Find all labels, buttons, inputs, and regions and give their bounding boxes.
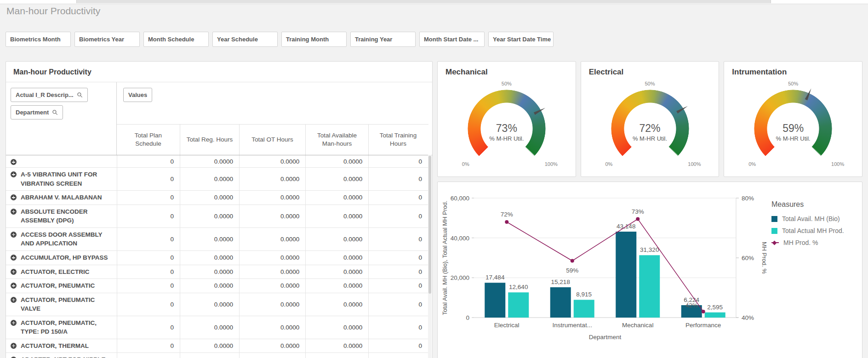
cell-value: 0	[369, 191, 428, 205]
row-header-cell[interactable]: ACTUATOR, THERMAL	[6, 339, 117, 353]
legend-swatch	[771, 216, 777, 222]
values-chip[interactable]: Values	[123, 88, 152, 102]
expand-icon[interactable]	[11, 269, 17, 275]
line-point[interactable]	[702, 310, 705, 313]
column-header-total-available-man-hours[interactable]: Total Available Man-hours	[305, 125, 368, 155]
cell-value: 0.0000	[240, 191, 306, 205]
search-icon	[77, 92, 83, 98]
row-label: ABSOLUTE ENCODER ASSEMBLY (DPG)	[21, 207, 114, 225]
cell-value: 0.0000	[240, 250, 306, 265]
dimension-chip-actual-i-r-descrip[interactable]: Actual I_R Descrip...	[11, 88, 88, 102]
scrollbar-thumb[interactable]	[76, 0, 771, 3]
row-header-cell[interactable]: ACTUATOR, ELECTRIC	[6, 265, 117, 279]
gauge-tick-t50: 50%	[502, 81, 512, 86]
filter-bar: Biometrics MonthBiometrics YearMonth Sch…	[6, 32, 554, 47]
bar-total-avail-mh-bio[interactable]	[616, 232, 636, 318]
row-header-cell[interactable]: ACTUATOR, PNEUMATIC VALVE	[6, 293, 117, 316]
line-point[interactable]	[571, 259, 574, 263]
filter-year-start-date-time[interactable]: Year Start Date Time	[488, 32, 554, 47]
category-label-mechanical[interactable]: Mechanical	[622, 322, 653, 329]
left-axis-tick-label: 20,000	[451, 274, 469, 281]
row-header-cell[interactable]: A-5 VIBRATING UNIT FOR VIBRATING SCREEN	[6, 168, 117, 191]
bar-total-actual-mh-prod[interactable]	[639, 255, 660, 318]
expand-icon[interactable]	[11, 320, 17, 326]
expand-icon[interactable]	[11, 194, 17, 200]
gauge-sub-label: % M-HR Util.	[776, 135, 811, 142]
horizontal-scrollbar[interactable]	[0, 0, 868, 4]
row-header-cell[interactable]: ACCUMULATOR, HP BYPASS	[6, 250, 117, 265]
expand-icon[interactable]	[11, 255, 17, 261]
bar-total-actual-mh-prod[interactable]	[705, 313, 725, 318]
row-header-cell[interactable]: ADAPTER, NPT FOR NIPPLE	[6, 353, 117, 358]
expand-icon[interactable]	[11, 232, 17, 238]
cell-value: 0.0000	[180, 279, 239, 293]
line-point[interactable]	[636, 217, 640, 221]
category-label-instrumentat[interactable]: Instrumentat...	[553, 322, 592, 329]
filter-biometrics-year[interactable]: Biometrics Year	[74, 32, 140, 47]
cell-value: 0	[117, 191, 180, 205]
row-label: ACCUMULATOR, HP BYPASS	[21, 253, 108, 262]
cell-value: 0.0000	[306, 353, 369, 358]
row-header-cell[interactable]: ABSOLUTE ENCODER ASSEMBLY (DPG)	[6, 205, 117, 227]
bar-value-label: 8,915	[576, 291, 592, 298]
bar-total-actual-mh-prod[interactable]	[508, 292, 529, 318]
right-axis-title: MH Prod. %	[761, 242, 768, 274]
cell-value: 0	[369, 316, 428, 339]
gauge-tick-t50: 50%	[645, 81, 655, 86]
expand-icon[interactable]	[11, 209, 17, 215]
column-header-total-ot-hours[interactable]: Total OT Hours	[239, 125, 305, 155]
expand-icon[interactable]	[11, 283, 17, 289]
row-label: ACTUATOR, ELECTRIC	[21, 267, 90, 277]
bar-total-avail-mh-bio[interactable]	[485, 283, 505, 318]
legend-item-mh-prod[interactable]: MH Prod. %	[771, 239, 857, 246]
pivot-row: ACCESS DOOR ASSEMBLY AND APPLICATION00.0…	[6, 227, 428, 250]
gauge-panel-electrical: Electrical72%% M-HR Util.0%50%100%	[581, 61, 720, 177]
filter-year-schedule[interactable]: Year Schedule	[212, 32, 278, 47]
filter-training-month[interactable]: Training Month	[281, 32, 347, 47]
cell-value: 0	[117, 293, 180, 316]
legend-item-total-avail-mh-bio[interactable]: Total Avail. MH (Bio)	[771, 215, 857, 222]
row-header-cell[interactable]: ACTUATOR, PNEUMATIC, TYPE: PD 150/A	[6, 316, 117, 339]
gauges-row: Mechanical73%% M-HR Util.0%50%100%Electr…	[437, 61, 862, 177]
expand-icon[interactable]	[11, 343, 17, 349]
values-chip-label: Values	[128, 91, 147, 98]
row-header-cell[interactable]: ABRAHAM V. MALABANAN	[6, 191, 117, 205]
pivot-scrollbar-thumb[interactable]	[428, 156, 431, 294]
cell-value: 0.0000	[306, 168, 369, 191]
line-value-label: 59%	[566, 267, 578, 274]
category-label-electrical[interactable]: Electrical	[494, 322, 520, 329]
bar-total-actual-mh-prod[interactable]	[574, 300, 594, 318]
cell-value: 0	[369, 293, 428, 316]
cell-value: 0	[117, 168, 180, 191]
row-header-cell[interactable]	[6, 155, 117, 168]
filter-month-start-date[interactable]: Month Start Date ...	[419, 32, 485, 47]
gauge-tick-t100: 100%	[545, 161, 558, 167]
filter-training-year[interactable]: Training Year	[350, 32, 416, 47]
dimension-chip-department[interactable]: Department	[11, 105, 63, 119]
row-header-cell[interactable]: ACTUATOR, PNEUMATIC	[6, 279, 117, 293]
legend-item-total-actual-mh-prod[interactable]: Total Actual MH Prod.	[771, 227, 857, 234]
pivot-row: ACCUMULATOR, HP BYPASS00.00000.00000.000…	[6, 250, 428, 265]
pivot-column-headers: Total Plan ScheduleTotal Reg. HoursTotal…	[117, 124, 428, 155]
bar-total-avail-mh-bio[interactable]	[550, 287, 571, 318]
row-label: ADAPTER, NPT FOR NIPPLE	[21, 355, 106, 358]
gauge-tick-t0: 0%	[605, 161, 613, 167]
cell-value: 0.0000	[180, 293, 239, 316]
filter-biometrics-month[interactable]: Biometrics Month	[6, 32, 71, 47]
pivot-vertical-scrollbar[interactable]	[428, 155, 432, 358]
combo-chart-svg[interactable]: 020,00040,00060,00040%60%80%Total Avail.…	[440, 187, 771, 347]
column-header-total-reg-hours[interactable]: Total Reg. Hours	[180, 125, 239, 155]
pivot-row: ACTUATOR, ELECTRIC00.00000.00000.00000	[6, 265, 428, 279]
expand-icon[interactable]	[11, 171, 17, 177]
category-label-performance[interactable]: Performance	[685, 322, 721, 329]
expand-icon[interactable]	[11, 297, 17, 303]
filter-month-schedule[interactable]: Month Schedule	[143, 32, 209, 47]
gauge-value: 73%	[496, 122, 517, 135]
line-point[interactable]	[505, 220, 508, 224]
row-header-cell[interactable]: ACCESS DOOR ASSEMBLY AND APPLICATION	[6, 227, 117, 250]
expand-icon[interactable]	[11, 159, 17, 165]
column-header-total-plan-schedule[interactable]: Total Plan Schedule	[117, 125, 180, 155]
line-value-label: 42%	[685, 302, 698, 309]
column-header-total-training-hours[interactable]: Total Training Hours	[368, 125, 428, 155]
bar-value-label: 17,484	[485, 274, 505, 281]
